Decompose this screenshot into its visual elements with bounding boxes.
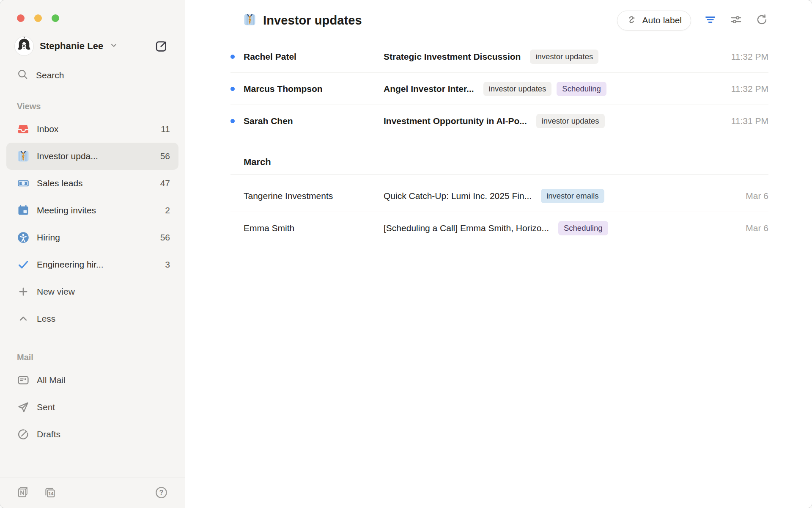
sidebar-item-count: 56 xyxy=(160,151,170,161)
calendar-14-icon: 14 xyxy=(44,486,57,500)
sidebar-item-count: 3 xyxy=(165,260,170,270)
email-sender: Rachel Patel xyxy=(244,52,384,62)
tag-scheduling: Scheduling xyxy=(557,82,606,96)
tag-investor-updates: investor updates xyxy=(530,50,598,64)
sidebar-item-count: 2 xyxy=(165,205,170,215)
email-tags: investor updatesScheduling xyxy=(483,82,606,96)
email-time: Mar 6 xyxy=(737,191,768,201)
svg-text:?: ? xyxy=(159,489,164,496)
email-subject: Angel Investor Inter... xyxy=(384,84,474,94)
email-tags: Scheduling xyxy=(558,221,608,235)
search-button[interactable]: Search xyxy=(17,65,168,86)
email-tags: investor updates xyxy=(530,50,598,64)
svg-text:14: 14 xyxy=(48,491,54,496)
account-switcher[interactable]: Stephanie Lee xyxy=(14,36,118,56)
tag-scheduling: Scheduling xyxy=(558,221,608,235)
views-actions: New view Less xyxy=(0,278,185,332)
traffic-lights xyxy=(0,0,185,22)
sidebar-item-count: 56 xyxy=(160,232,170,243)
unread-dot xyxy=(230,87,235,91)
email-row[interactable]: Emma Smith [Scheduling a Call] Emma Smit… xyxy=(230,212,768,244)
sidebar-item-all-mail[interactable]: All Mail xyxy=(6,367,178,394)
tag-investor-updates: investor updates xyxy=(483,82,552,96)
sidebar-item-label: Hiring xyxy=(37,232,60,243)
all-mail-icon xyxy=(17,374,30,387)
email-time: 11:31 PM xyxy=(723,116,768,126)
mail-section-label: Mail xyxy=(17,353,185,362)
accessibility-icon xyxy=(17,231,30,244)
email-tags: investor updates xyxy=(536,114,605,128)
chevron-down-icon xyxy=(109,41,118,52)
group-divider xyxy=(230,174,768,175)
sidebar-item-sales-leads[interactable]: Sales leads 47 xyxy=(6,170,178,197)
email-subject: [Scheduling a Call] Emma Smith, Horizo..… xyxy=(384,223,549,233)
unread-dot xyxy=(230,119,235,123)
email-row[interactable]: Marcus Thompson Angel Investor Inter... … xyxy=(230,73,768,105)
notion-app-button[interactable] xyxy=(16,486,29,500)
help-button[interactable]: ? xyxy=(155,486,168,500)
views-section-label: Views xyxy=(17,102,185,111)
sidebar: Stephanie Lee Search Views Inbox 11 Inve… xyxy=(0,0,185,508)
sidebar-item-label: Engineering hir... xyxy=(37,260,104,270)
page-title: Investor updates xyxy=(263,14,362,28)
refresh-button[interactable] xyxy=(755,13,768,28)
sidebar-item-investor-upda[interactable]: Investor upda... 56 xyxy=(6,143,178,170)
unread-dot xyxy=(230,55,235,59)
drafts-icon xyxy=(17,428,30,441)
email-row[interactable]: Rachel Patel Strategic Investment Discus… xyxy=(230,41,768,73)
sidebar-item-engineering-hir[interactable]: Engineering hir... 3 xyxy=(6,251,178,278)
auto-label-button[interactable]: Auto label xyxy=(617,11,691,30)
sidebar-item-label: Investor upda... xyxy=(37,151,98,161)
email-time: 11:32 PM xyxy=(723,84,768,94)
compose-button[interactable] xyxy=(155,40,168,53)
sidebar-item-inbox[interactable]: Inbox 11 xyxy=(6,116,178,143)
email-time: 11:32 PM xyxy=(723,52,768,62)
app-window: Stephanie Lee Search Views Inbox 11 Inve… xyxy=(0,0,812,508)
money-icon xyxy=(17,177,30,190)
check-icon xyxy=(17,258,30,271)
calendar-app-button[interactable]: 14 xyxy=(44,486,57,500)
sidebar-item-meeting-invites[interactable]: Meeting invites 2 xyxy=(6,197,178,224)
user-name: Stephanie Lee xyxy=(40,41,103,52)
main-panel: Investor updates Auto label Rachel Patel… xyxy=(185,0,812,508)
notion-icon xyxy=(16,486,29,500)
toolbar: Auto label xyxy=(617,11,768,30)
tag-investor-emails: investor emails xyxy=(541,189,604,203)
sidebar-item-less[interactable]: Less xyxy=(6,305,178,332)
chevron-up-icon xyxy=(17,312,30,325)
display-settings-button[interactable] xyxy=(730,13,743,28)
sent-icon xyxy=(17,401,30,414)
view-header: Investor updates Auto label xyxy=(185,0,812,41)
sidebar-item-label: Sales leads xyxy=(37,178,83,188)
sidebar-item-label: Sent xyxy=(37,402,55,412)
email-subject: Strategic Investment Discussion xyxy=(384,52,521,62)
auto-label-icon xyxy=(626,14,638,27)
sidebar-item-label: Inbox xyxy=(37,124,58,134)
sidebar-item-hiring[interactable]: Hiring 56 xyxy=(6,224,178,251)
sidebar-item-new-view[interactable]: New view xyxy=(6,278,178,305)
inbox-icon xyxy=(17,123,30,135)
email-list: Rachel Patel Strategic Investment Discus… xyxy=(185,41,812,244)
minimize-button[interactable] xyxy=(34,14,42,22)
email-tags: investor emails xyxy=(541,189,604,203)
email-row[interactable]: Sarah Chen Investment Opportunity in AI-… xyxy=(230,105,768,137)
views-list: Inbox 11 Investor upda... 56 Sales leads… xyxy=(0,116,185,278)
email-subject: Quick Catch-Up: Lumi Inc. 2025 Fin... xyxy=(384,191,532,201)
mail-list: All Mail Sent Drafts xyxy=(0,367,185,448)
profile-row: Stephanie Lee xyxy=(14,35,168,58)
email-sender: Tangerine Investments xyxy=(244,191,384,201)
help-icon: ? xyxy=(155,486,168,500)
email-time: Mar 6 xyxy=(737,223,768,233)
avatar-icon xyxy=(14,36,34,56)
search-label: Search xyxy=(36,70,64,80)
filter-button[interactable] xyxy=(704,13,717,28)
sidebar-item-sent[interactable]: Sent xyxy=(6,394,178,421)
close-button[interactable] xyxy=(17,14,25,22)
sidebar-item-label: Drafts xyxy=(37,429,60,439)
email-sender: Emma Smith xyxy=(244,223,384,233)
email-row[interactable]: Tangerine Investments Quick Catch-Up: Lu… xyxy=(230,180,768,212)
sidebar-item-drafts[interactable]: Drafts xyxy=(6,421,178,448)
email-subject: Investment Opportunity in AI-Po... xyxy=(384,116,527,126)
date-group-header: March xyxy=(230,150,768,174)
zoom-button[interactable] xyxy=(52,14,59,22)
